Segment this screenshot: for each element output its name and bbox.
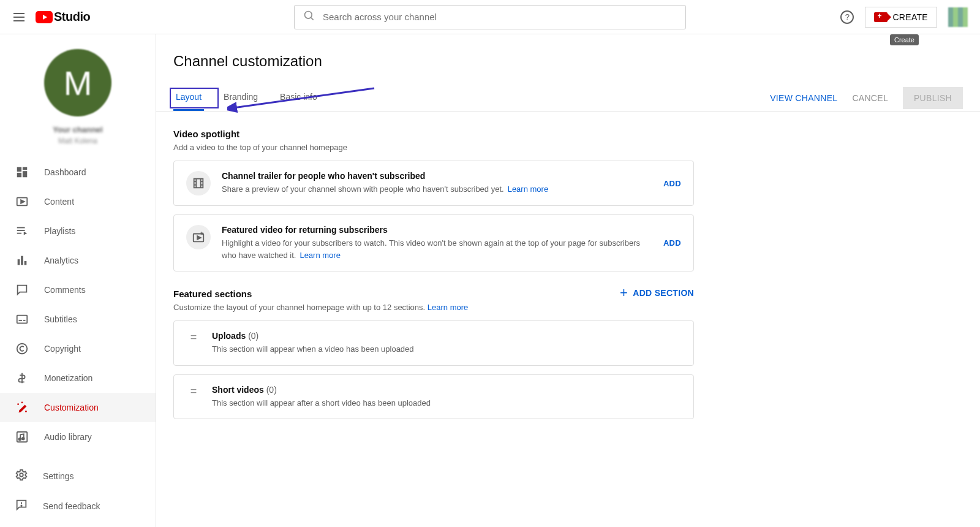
youtube-icon	[36, 11, 53, 23]
add-section-button[interactable]: + ADD SECTION	[620, 286, 694, 300]
uploads-count: (0)	[248, 331, 258, 341]
svg-rect-8	[17, 227, 25, 229]
create-button[interactable]: + CREATE	[865, 7, 937, 28]
sidebar-item-playlists[interactable]: Playlists	[0, 216, 156, 246]
drag-handle-icon[interactable]: =	[186, 385, 201, 398]
sections-title: Featured sections	[173, 289, 620, 299]
svg-rect-4	[23, 171, 27, 177]
spotlight-desc: Add a video to the top of your channel h…	[173, 143, 694, 152]
drag-handle-icon[interactable]: =	[186, 331, 201, 344]
sidebar-item-audio[interactable]: Audio library	[0, 422, 156, 452]
sidebar-item-customization[interactable]: Customization	[0, 393, 156, 422]
svg-point-18	[17, 344, 28, 354]
featured-add-button[interactable]: ADD	[663, 238, 681, 248]
content-icon	[15, 194, 29, 209]
sidebar-item-comments[interactable]: Comments	[0, 275, 156, 305]
tabs-actions: VIEW CHANNEL CANCEL PUBLISH	[770, 87, 963, 109]
search-input[interactable]	[323, 12, 677, 22]
help-icon[interactable]: ?	[840, 10, 854, 24]
svg-point-24	[22, 438, 24, 440]
sidebar-item-monetization[interactable]: Monetization	[0, 363, 156, 393]
svg-point-0	[305, 12, 312, 19]
feedback-icon	[15, 498, 28, 514]
svg-rect-12	[18, 259, 20, 265]
star-video-icon	[186, 225, 211, 249]
channel-name: Matt Kolena	[58, 137, 97, 145]
shorts-title: Short videos	[212, 385, 264, 395]
logo[interactable]: Studio	[36, 10, 90, 24]
tabs-row: Layout Branding Basic info VIEW CHANNEL …	[156, 85, 980, 112]
svg-rect-22	[17, 432, 28, 442]
copyright-icon	[15, 341, 29, 356]
nav-list: Dashboard Content Playlists Analytics Co…	[0, 157, 156, 461]
video-spotlight-section: Video spotlight Add a video to the top o…	[173, 129, 694, 271]
tabs: Layout Branding Basic info	[173, 85, 320, 111]
uploads-desc: This section will appear when a video ha…	[212, 343, 681, 355]
tab-branding[interactable]: Branding	[221, 85, 260, 111]
header-right: ? + CREATE	[840, 7, 968, 28]
main-content: Channel customization Layout Branding Ba…	[156, 34, 980, 527]
svg-rect-9	[17, 230, 25, 231]
comments-icon	[15, 282, 29, 297]
spotlight-title: Video spotlight	[173, 129, 694, 139]
featured-learn-link[interactable]: Learn more	[300, 251, 340, 260]
header-bar: Studio ? + CREATE Create	[0, 0, 980, 34]
sidebar-item-settings[interactable]: Settings	[0, 461, 156, 491]
sections-learn-link[interactable]: Learn more	[428, 303, 468, 312]
uploads-title: Uploads	[212, 331, 246, 341]
cancel-button[interactable]: CANCEL	[852, 93, 888, 103]
sidebar-item-feedback[interactable]: Send feedback	[0, 491, 156, 521]
svg-line-1	[311, 18, 314, 20]
trailer-desc: Share a preview of your channel shown wi…	[222, 184, 504, 194]
trailer-learn-link[interactable]: Learn more	[508, 184, 548, 194]
svg-rect-13	[21, 256, 23, 265]
shorts-row: = Short videos (0) This section will app…	[173, 374, 694, 420]
view-channel-button[interactable]: VIEW CHANNEL	[770, 93, 837, 103]
subtitles-icon	[15, 312, 29, 327]
plus-icon: +	[620, 286, 628, 300]
tab-basic-info[interactable]: Basic info	[277, 85, 320, 111]
search-container	[294, 5, 686, 29]
playlists-icon	[15, 224, 29, 238]
search-box[interactable]	[294, 5, 686, 29]
header-left: Studio	[12, 10, 90, 25]
nav-bottom: Settings Send feedback	[0, 461, 156, 521]
svg-rect-10	[17, 233, 21, 234]
channel-avatar[interactable]: M	[44, 49, 111, 116]
channel-avatar-block: M Your channel Matt Kolena	[0, 49, 156, 145]
featured-desc: Highlight a video for your subscribers t…	[222, 238, 640, 260]
sidebar-item-dashboard[interactable]: Dashboard	[0, 157, 156, 187]
svg-rect-15	[17, 316, 28, 324]
page-title: Channel customization	[173, 53, 963, 70]
featured-title: Featured video for returning subscribers	[222, 225, 652, 235]
shorts-count: (0)	[266, 385, 277, 395]
dashboard-icon	[15, 165, 29, 180]
camera-icon: +	[874, 12, 888, 22]
svg-point-19	[17, 403, 19, 405]
trailer-add-button[interactable]: ADD	[663, 179, 681, 188]
trailer-card: Channel trailer for people who haven't s…	[173, 161, 694, 206]
sidebar-item-analytics[interactable]: Analytics	[0, 246, 156, 275]
svg-point-20	[21, 401, 23, 403]
audio-icon	[15, 430, 29, 444]
sidebar-item-content[interactable]: Content	[0, 187, 156, 216]
tab-layout[interactable]: Layout	[173, 85, 204, 111]
uploads-row: = Uploads (0) This section will appear w…	[173, 320, 694, 366]
menu-icon[interactable]	[12, 10, 27, 25]
logo-text: Studio	[54, 10, 90, 24]
svg-rect-14	[24, 261, 27, 265]
svg-point-27	[21, 506, 21, 506]
publish-button[interactable]: PUBLISH	[903, 87, 963, 109]
film-icon	[186, 171, 211, 195]
svg-rect-5	[17, 173, 21, 177]
featured-video-card: Featured video for returning subscribers…	[173, 214, 694, 271]
svg-rect-29	[194, 179, 203, 188]
account-avatar[interactable]	[948, 7, 968, 27]
analytics-icon	[15, 253, 29, 268]
sidebar-item-subtitles[interactable]: Subtitles	[0, 305, 156, 334]
trailer-title: Channel trailer for people who haven't s…	[222, 171, 652, 181]
sections-desc: Customize the layout of your channel hom…	[173, 303, 425, 312]
sidebar-item-copyright[interactable]: Copyright	[0, 334, 156, 363]
svg-marker-37	[197, 236, 201, 240]
shorts-desc: This section will appear after a short v…	[212, 397, 681, 409]
